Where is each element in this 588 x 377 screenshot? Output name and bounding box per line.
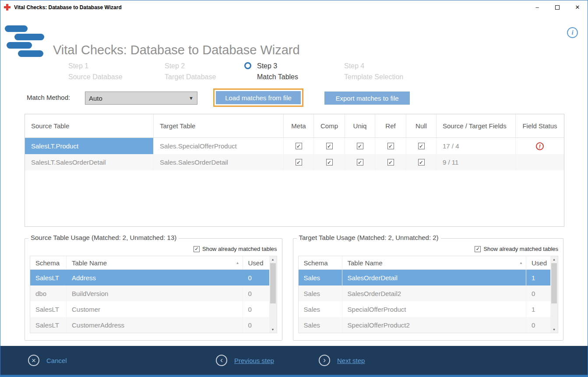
show-matched-label: Show already matched tables xyxy=(483,246,558,252)
match-table-row[interactable]: SalesLT.Product Sales.SpecialOfferProduc… xyxy=(25,138,564,154)
step-label: Source Database xyxy=(68,71,123,82)
table-name-cell[interactable]: CustomerAddress xyxy=(67,317,243,333)
used-cell[interactable]: 0 xyxy=(243,285,269,301)
step-number: Step 2 xyxy=(165,60,216,71)
maximize-button[interactable] xyxy=(547,0,567,14)
ref-checkbox[interactable] xyxy=(387,159,394,166)
schema-cell[interactable]: SalesLT xyxy=(30,301,67,317)
null-checkbox[interactable] xyxy=(418,159,425,166)
used-cell[interactable]: 0 xyxy=(243,301,269,317)
table-name-cell[interactable]: SpecialOfferProduct xyxy=(342,301,526,317)
wizard-steps: Step 1 Source Database Step 2 Target Dat… xyxy=(0,60,588,83)
uniq-checkbox[interactable] xyxy=(357,159,363,166)
col-table-name-label: Table Name xyxy=(348,259,383,267)
col-ref: Ref xyxy=(375,114,406,138)
load-matches-button[interactable]: Load matches from file xyxy=(216,91,301,104)
schema-cell[interactable]: Sales xyxy=(299,285,342,301)
col-used[interactable]: Used xyxy=(243,256,269,270)
show-matched-row: Show already matched tables xyxy=(30,246,277,252)
table-name-cell[interactable]: SalesOrderDetail xyxy=(342,270,526,285)
used-cell[interactable]: 1 xyxy=(526,270,550,285)
schema-cell[interactable]: SalesLT xyxy=(30,317,67,333)
next-step-button[interactable]: › Next step xyxy=(319,355,365,366)
source-table-cell[interactable]: SalesLT.Product xyxy=(25,138,154,154)
match-table-header: Source Table Target Table Meta Comp Uniq… xyxy=(25,114,564,138)
comp-checkbox[interactable] xyxy=(326,143,333,149)
schema-cell[interactable]: Sales xyxy=(299,301,342,317)
ref-checkbox[interactable] xyxy=(387,143,394,149)
app-red-cross-icon xyxy=(4,4,11,11)
used-cell[interactable]: 0 xyxy=(526,317,550,333)
scroll-up-icon[interactable]: ▲ xyxy=(269,256,277,263)
match-table-row[interactable]: SalesLT.SalesOrderDetail Sales.SalesOrde… xyxy=(25,154,564,170)
minimize-button[interactable]: – xyxy=(527,0,547,14)
step-1-source-database[interactable]: Step 1 Source Database xyxy=(68,60,123,82)
schema-cell[interactable]: Sales xyxy=(299,317,342,333)
scrollbar-thumb[interactable] xyxy=(551,263,557,303)
vertical-scrollbar[interactable]: ▲ ▼ xyxy=(269,256,277,333)
col-table-name[interactable]: Table Name ▲ xyxy=(342,256,526,270)
meta-checkbox[interactable] xyxy=(296,143,302,149)
source-table-cell[interactable]: SalesLT.SalesOrderDetail xyxy=(25,154,154,170)
step-number: Step 4 xyxy=(344,60,403,71)
table-name-cell[interactable]: BuildVersion xyxy=(67,285,243,301)
schema-cell[interactable]: Sales xyxy=(299,270,342,285)
col-used[interactable]: Used xyxy=(526,256,550,270)
close-button[interactable]: ✕ xyxy=(567,0,588,14)
col-target-table: Target Table xyxy=(154,114,284,138)
schema-cell[interactable]: dbo xyxy=(30,285,67,301)
export-matches-button[interactable]: Export matches to file xyxy=(324,92,410,105)
col-uniq: Uniq xyxy=(345,114,375,138)
used-cell[interactable]: 0 xyxy=(243,317,269,333)
target-table-usage-panel: Target Table Usage (Matched: 2, Unmatche… xyxy=(293,238,563,341)
field-status-error-icon[interactable] xyxy=(535,141,545,151)
col-source-target-fields: Source / Target Fields xyxy=(437,114,516,138)
col-meta: Meta xyxy=(284,114,314,138)
target-table-cell[interactable]: Sales.SalesOrderDetail xyxy=(154,154,284,170)
step-3-match-tables[interactable]: Step 3 Match Tables xyxy=(244,60,298,82)
sort-asc-icon: ▲ xyxy=(236,261,243,265)
show-matched-checkbox[interactable] xyxy=(475,246,481,252)
scroll-down-icon[interactable]: ▼ xyxy=(550,326,558,333)
match-method-dropdown[interactable]: Auto ▼ xyxy=(85,92,197,105)
table-name-cell[interactable]: SpecialOfferProduct2 xyxy=(342,317,526,333)
col-table-name[interactable]: Table Name ▲ xyxy=(67,256,243,270)
previous-step-button[interactable]: ‹ Previous step xyxy=(216,355,274,366)
table-name-cell[interactable]: SalesOrderDetail2 xyxy=(342,285,526,301)
app-window: Vital Checks: Database to Database Wizar… xyxy=(0,0,588,377)
scroll-up-icon[interactable]: ▲ xyxy=(550,256,558,263)
table-name-cell[interactable]: Customer xyxy=(67,301,243,317)
cancel-button[interactable]: ✕ Cancel xyxy=(28,355,67,366)
vertical-scrollbar[interactable]: ▲ ▼ xyxy=(550,256,558,333)
comp-checkbox[interactable] xyxy=(326,159,333,166)
source-table-usage-panel: Source Table Usage (Matched: 2, Unmatche… xyxy=(25,238,282,341)
info-icon[interactable]: i xyxy=(567,27,578,38)
match-toolbar: Match Method: Auto ▼ Load matches from f… xyxy=(0,88,588,109)
col-schema[interactable]: Schema xyxy=(299,256,342,270)
load-matches-highlight: Load matches from file xyxy=(213,88,303,107)
schema-cell[interactable]: SalesLT xyxy=(30,270,67,285)
col-source-table: Source Table xyxy=(25,114,154,138)
cancel-x-icon: ✕ xyxy=(28,355,39,366)
step-4-template-selection[interactable]: Step 4 Template Selection xyxy=(344,60,403,82)
sort-asc-icon: ▲ xyxy=(519,261,526,265)
next-step-label: Next step xyxy=(337,357,365,364)
scrollbar-thumb[interactable] xyxy=(270,263,276,303)
meta-checkbox[interactable] xyxy=(296,159,302,166)
col-comp: Comp xyxy=(314,114,345,138)
used-cell[interactable]: 0 xyxy=(526,285,550,301)
scroll-down-icon[interactable]: ▼ xyxy=(269,326,277,333)
show-matched-checkbox[interactable] xyxy=(194,246,200,252)
target-table-cell[interactable]: Sales.SpecialOfferProduct xyxy=(154,138,284,154)
uniq-checkbox[interactable] xyxy=(357,143,363,149)
col-schema[interactable]: Schema xyxy=(30,256,67,270)
source-usage-table: Schema Table Name ▲ Used SalesLT Address… xyxy=(30,256,277,333)
null-checkbox[interactable] xyxy=(418,143,425,149)
window-controls: – ✕ xyxy=(527,0,588,14)
table-name-cell[interactable]: Address xyxy=(67,270,243,285)
page-title: Vital Checks: Database to Database Wizar… xyxy=(53,43,300,57)
used-cell[interactable]: 1 xyxy=(526,301,550,317)
show-matched-row: Show already matched tables xyxy=(298,246,558,252)
used-cell[interactable]: 0 xyxy=(243,270,269,285)
step-2-target-database[interactable]: Step 2 Target Database xyxy=(165,60,216,82)
